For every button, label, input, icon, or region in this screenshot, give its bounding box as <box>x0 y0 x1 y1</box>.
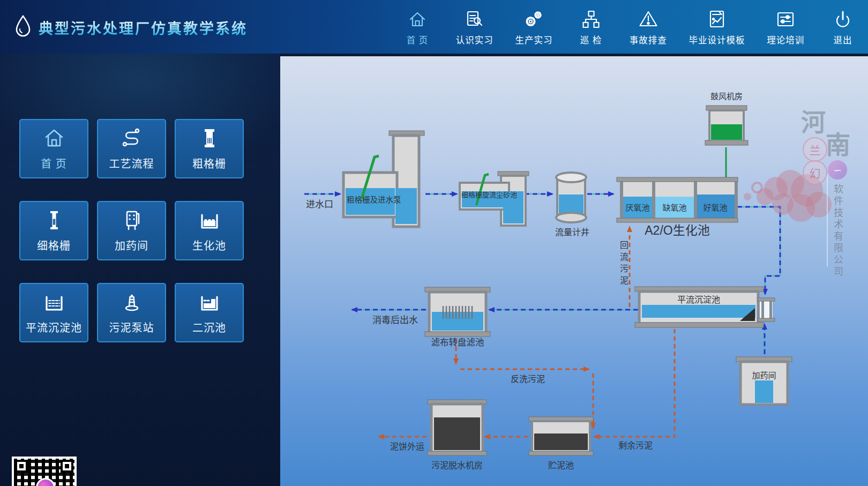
inlet-label: 进水口 <box>306 199 333 210</box>
tank-blower-room[interactable]: 鼓风机房 <box>705 92 748 145</box>
tank-label: 贮泥池 <box>548 461 574 470</box>
nav-label: 理论培训 <box>767 33 804 46</box>
power-icon <box>833 9 853 29</box>
tank-sedimentation[interactable]: 平流沉淀池 <box>635 287 775 327</box>
sludge-pump-icon <box>120 290 144 314</box>
tank-label: 鼓风机房 <box>710 92 743 101</box>
header-bar: 典型污水处理厂仿真教学系统 首 页 认识实习 生产实习 <box>0 0 868 54</box>
brand: 典型污水处理厂仿真教学系统 <box>14 14 248 41</box>
tank-label: 加药间 <box>752 371 776 380</box>
sidebar-item-home[interactable]: 首 页 <box>19 119 88 178</box>
nav-label: 退出 <box>833 33 852 46</box>
top-nav: 首 页 认识实习 生产实习 巡 检 <box>401 0 859 54</box>
sidebar-item-sludge-pump-station[interactable]: 污泥泵站 <box>97 283 166 342</box>
nav-item-exit[interactable]: 退出 <box>826 0 859 46</box>
sidebar: 首 页 工艺流程 粗格栅 细格栅 <box>0 54 280 486</box>
watermark-seal-lan: 兰 <box>803 137 827 162</box>
water-drop-logo-icon <box>14 14 32 41</box>
sidebar-item-label: 平流沉淀池 <box>26 319 82 335</box>
tank-sludge-storage[interactable]: 贮泥池 <box>529 417 593 470</box>
backwash-label: 反洗污泥 <box>511 375 545 384</box>
tank-flow-meter-well[interactable]: 流量计井 <box>555 173 589 237</box>
warning-icon <box>638 9 659 29</box>
fine-screen-icon <box>42 208 66 232</box>
gears-icon <box>523 9 544 29</box>
sidebar-item-label: 细格栅 <box>37 237 71 253</box>
tank-coarse-screen-pump[interactable]: 粗格栅及进水泵 <box>343 131 424 227</box>
watermark-seal-huan: 幻 <box>803 160 827 185</box>
tank-label: 平流沉淀池 <box>677 295 720 304</box>
outflow-label: 消毒后出水 <box>372 315 418 325</box>
nav-item-cognition-practice[interactable]: 认识实习 <box>456 0 493 46</box>
lanhuan-logo-icon: ∽ <box>36 478 55 486</box>
app-title: 典型污水处理厂仿真教学系统 <box>39 17 248 38</box>
cell-label-aerobic: 好氧池 <box>703 203 727 212</box>
sidebar-item-label: 污泥泵站 <box>109 319 154 335</box>
sidebar-item-label: 粗格栅 <box>192 155 226 171</box>
watermark-company: 软件技术有限公司 <box>830 184 844 278</box>
watermark-char: 南 <box>826 125 850 160</box>
sidebar-item-label: 工艺流程 <box>109 155 154 171</box>
tank-a2o[interactable]: 厌氧池 缺氧池 好氧池 A2/O生化池 <box>617 177 738 237</box>
bio-tank-icon <box>198 208 221 232</box>
nav-label: 认识实习 <box>456 33 493 46</box>
sidebar-item-label: 加药间 <box>115 237 148 253</box>
tank-label: A2/O生化池 <box>645 223 709 237</box>
tank-label: 污泥脱水机房 <box>431 461 483 470</box>
flow-path-icon <box>120 126 144 150</box>
tank-cloth-disc-filter[interactable]: 滤布转盘滤池 <box>425 287 490 347</box>
sedimentation-tank-icon <box>42 290 66 314</box>
sliders-icon <box>775 9 796 29</box>
home-icon <box>407 9 428 29</box>
tank-fine-screen-grit[interactable]: 细格栅旋流尘砂池 <box>460 171 529 226</box>
document-search-icon <box>465 9 485 29</box>
lanhuan-logo-icon: ∽ <box>828 160 847 180</box>
sidebar-item-fine-screen[interactable]: 细格栅 <box>19 201 88 260</box>
tank-label: 滤布转盘滤池 <box>431 338 484 347</box>
cake-out-label: 泥饼外运 <box>390 442 424 451</box>
nav-item-home[interactable]: 首 页 <box>401 0 434 46</box>
sidebar-item-sedimentation-tank[interactable]: 平流沉淀池 <box>19 283 88 342</box>
cell-label-anaerobic: 厌氧池 <box>625 203 649 212</box>
qr-code: ∽ <box>14 459 74 486</box>
tank-label: 粗格栅及进水泵 <box>347 196 401 204</box>
nav-label: 首 页 <box>407 33 429 46</box>
tank-dosing-room[interactable]: 加药间 <box>736 357 792 405</box>
nav-item-inspection[interactable]: 巡 检 <box>574 0 608 46</box>
sidebar-item-label: 二沉池 <box>192 319 226 335</box>
watermark-char: 河 <box>801 102 826 138</box>
return-sludge-label: 回流污泥 <box>617 241 630 288</box>
nav-item-theory-training[interactable]: 理论培训 <box>767 0 804 46</box>
sidebar-item-process-flow[interactable]: 工艺流程 <box>97 119 166 178</box>
sitemap-icon <box>581 9 601 29</box>
flow-line-aerobic-to-sedimentation <box>737 207 780 294</box>
nav-label: 事故排查 <box>630 33 667 46</box>
sidebar-item-coarse-screen[interactable]: 粗格栅 <box>175 119 244 178</box>
sidebar-item-dosing-room[interactable]: 加药间 <box>97 201 166 260</box>
secondary-tank-icon <box>198 290 221 314</box>
coarse-screen-icon <box>198 126 221 150</box>
home-icon <box>42 126 66 150</box>
sidebar-item-label: 首 页 <box>41 155 67 171</box>
cell-label-anoxic: 缺氧池 <box>662 203 686 212</box>
nav-item-production-practice[interactable]: 生产实习 <box>515 0 552 46</box>
dosing-device-icon <box>120 208 144 232</box>
outlet-connector <box>758 298 775 321</box>
tank-label: 细格栅旋流尘砂池 <box>461 191 517 199</box>
sidebar-item-secondary-tank[interactable]: 二沉池 <box>175 283 244 342</box>
sludge-line-excess <box>594 329 675 437</box>
nav-item-accident-troubleshooting[interactable]: 事故排查 <box>630 0 667 46</box>
sidebar-item-bio-tank[interactable]: 生化池 <box>175 201 244 260</box>
qr-code-panel: ∽ 扫码进兰幻官网 <box>12 457 77 486</box>
nav-label: 毕业设计模板 <box>689 33 745 46</box>
template-icon <box>707 9 727 29</box>
watermark-divider <box>827 175 828 266</box>
sidebar-item-label: 生化池 <box>192 237 226 253</box>
tank-dewatering-room[interactable]: 污泥脱水机房 <box>428 400 487 470</box>
nav-item-graduation-template[interactable]: 毕业设计模板 <box>689 0 745 46</box>
tank-label: 流量计井 <box>555 228 589 237</box>
excess-sludge-label: 剩余污泥 <box>618 440 653 450</box>
process-flow-diagram: 粗格栅及进水泵 进水口 细格栅旋流尘砂池 流量计井 厌氧池 缺氧池 好氧池 A2… <box>280 56 868 486</box>
nav-label: 生产实习 <box>515 33 552 46</box>
nav-label: 巡 检 <box>580 33 602 46</box>
